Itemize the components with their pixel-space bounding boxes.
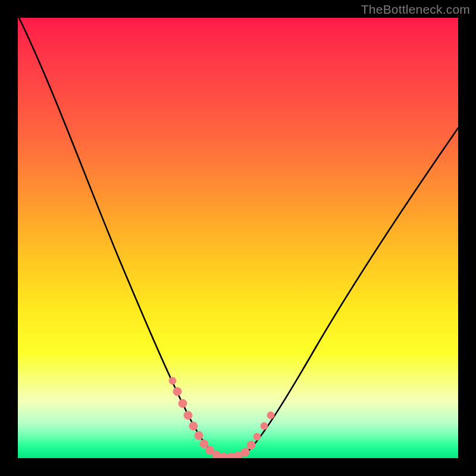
svg-point-3 — [184, 411, 192, 419]
bottleneck-curve — [18, 18, 458, 458]
plot-area — [18, 18, 458, 458]
annotation-cluster-right — [241, 412, 274, 456]
svg-point-0 — [169, 377, 176, 384]
svg-point-15 — [261, 422, 268, 430]
chart-frame: TheBottleneck.com — [0, 0, 476, 476]
annotation-cluster-left — [169, 377, 214, 455]
annotation-cluster-bottom — [212, 451, 242, 458]
svg-point-1 — [173, 387, 181, 396]
svg-point-5 — [195, 431, 203, 440]
svg-point-14 — [253, 433, 261, 440]
svg-point-4 — [189, 422, 198, 430]
curve-path — [19, 18, 458, 457]
svg-point-16 — [267, 412, 274, 419]
watermark-text: TheBottleneck.com — [361, 2, 470, 17]
svg-point-12 — [241, 448, 249, 456]
svg-point-6 — [200, 440, 208, 448]
svg-point-13 — [247, 441, 255, 449]
svg-point-2 — [178, 399, 187, 408]
